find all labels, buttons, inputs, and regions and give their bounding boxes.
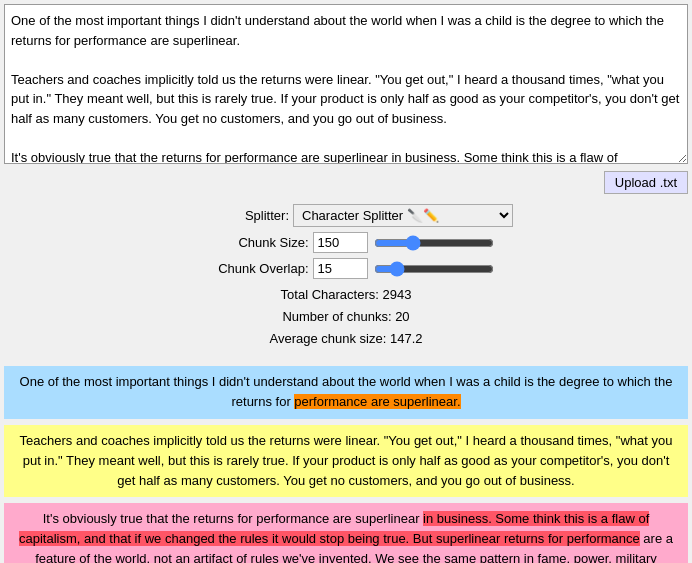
avg-chunk-value: 147.2 xyxy=(390,331,423,346)
chunk-size-slider[interactable] xyxy=(374,235,494,251)
chunk-overlap-slider[interactable] xyxy=(374,261,494,277)
text-input[interactable] xyxy=(4,4,688,164)
chunk-size-label: Chunk Size: xyxy=(199,235,309,250)
stats-section: Total Characters: 2943 Number of chunks:… xyxy=(4,284,688,350)
chunk-overlap-row: Chunk Overlap: xyxy=(4,258,688,279)
chunk-overlap-label: Chunk Overlap: xyxy=(199,261,309,276)
splitter-select[interactable]: Character Splitter 🔪✏️ xyxy=(293,204,513,227)
chunk-1: One of the most important things I didn'… xyxy=(4,366,688,418)
num-chunks-value: 20 xyxy=(395,309,409,324)
upload-button[interactable]: Upload .txt xyxy=(604,171,688,194)
num-chunks-label: Number of chunks: xyxy=(282,309,391,324)
splitter-label: Splitter: xyxy=(179,208,289,223)
chunk-size-input[interactable] xyxy=(313,232,368,253)
highlight-performance-1: performance are superlinear. xyxy=(294,394,460,409)
chunk-2: Teachers and coaches implicitly told us … xyxy=(4,425,688,497)
avg-chunk-label: Average chunk size: xyxy=(269,331,386,346)
highlight-being-true: in business. Some think this is a flaw o… xyxy=(19,511,649,546)
upload-btn-row: Upload .txt xyxy=(4,171,688,194)
chunk-size-row: Chunk Size: xyxy=(4,232,688,253)
avg-chunk-stat: Average chunk size: 147.2 xyxy=(4,328,688,350)
text-area-wrapper xyxy=(4,4,688,167)
total-chars-value: 2943 xyxy=(382,287,411,302)
splitter-row: Splitter: Character Splitter 🔪✏️ xyxy=(4,204,688,227)
chunk-3: It's obviously true that the returns for… xyxy=(4,503,688,563)
total-chars-label: Total Characters: xyxy=(281,287,379,302)
controls-section: Splitter: Character Splitter 🔪✏️ Chunk S… xyxy=(4,200,688,358)
chunks-section: One of the most important things I didn'… xyxy=(4,366,688,563)
main-container: Upload .txt Splitter: Character Splitter… xyxy=(0,0,692,563)
num-chunks-stat: Number of chunks: 20 xyxy=(4,306,688,328)
total-chars-stat: Total Characters: 2943 xyxy=(4,284,688,306)
chunk-overlap-input[interactable] xyxy=(313,258,368,279)
